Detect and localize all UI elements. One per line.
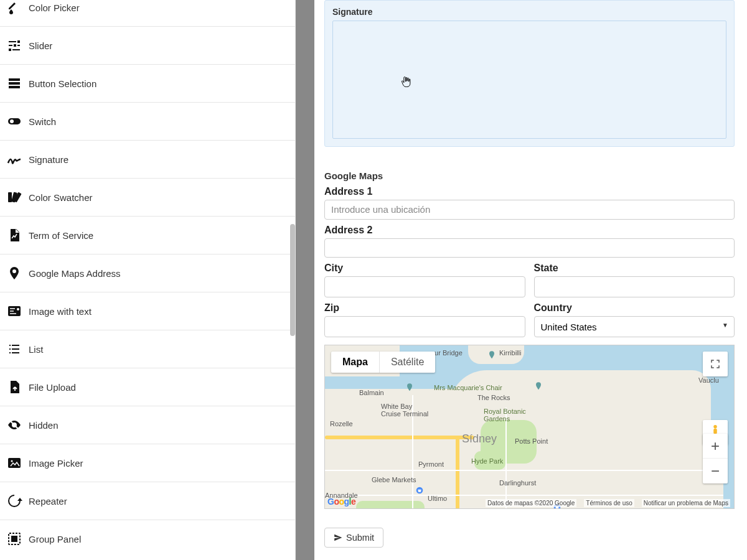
sidebar-item-hidden[interactable]: Hidden (0, 406, 295, 444)
sidebar-item-label: Hidden (29, 420, 59, 431)
divider (296, 0, 314, 560)
sidebar-item-file-upload[interactable]: File Upload (0, 368, 295, 406)
image-picker-icon (6, 455, 25, 470)
submit-button-label: Submit (346, 533, 374, 543)
map-label: Kirribilli (499, 349, 521, 357)
signature-icon (6, 152, 25, 167)
sidebar-item-slider[interactable]: Slider (0, 27, 295, 65)
submit-button[interactable]: Submit (324, 528, 383, 548)
color-picker-icon (6, 0, 25, 15)
map-label: Balmain (359, 389, 384, 396)
sidebar-item-label: File Upload (29, 382, 76, 393)
map-label: White Bay Cruise Terminal (381, 403, 428, 418)
paper-plane-icon (334, 533, 342, 542)
city-input[interactable] (324, 276, 525, 297)
map-type-tabs: Mapa Satélite (331, 352, 435, 373)
map-report-link[interactable]: Notificar un problema de Maps (642, 499, 730, 507)
country-select[interactable]: United States (534, 316, 735, 337)
sidebar-item-button-selection[interactable]: Button Selection (0, 65, 295, 103)
sidebar-item-label: Color Swatcher (29, 192, 93, 203)
map-label: Pyrmont (418, 460, 444, 468)
sidebar-item-list[interactable]: List (0, 330, 295, 368)
sidebar-item-color-swatcher[interactable]: Color Swatcher (0, 179, 295, 217)
map-label: The Rocks (477, 394, 510, 401)
signature-canvas[interactable] (332, 21, 726, 139)
map-marker-icon (405, 383, 415, 393)
zoom-out-button[interactable]: − (703, 459, 728, 483)
document-icon (6, 228, 25, 243)
zip-label: Zip (324, 302, 525, 314)
shopping-marker-icon (415, 485, 425, 495)
google-logo: Google (327, 497, 355, 506)
map-tab-map[interactable]: Mapa (331, 352, 380, 373)
svg-point-1 (10, 119, 14, 123)
sidebar: Color Picker Slider Button Selection Swi… (0, 0, 296, 560)
zoom-controls: + − (703, 434, 728, 483)
svg-point-14 (713, 425, 717, 429)
signature-label: Signature (332, 7, 726, 17)
sidebar-item-label: Group Panel (29, 534, 81, 544)
google-maps-section-label: Google Maps (324, 170, 735, 181)
sidebar-item-group-panel[interactable]: Group Panel (0, 520, 295, 558)
svg-rect-2 (8, 192, 12, 202)
map-label: Hyde Park (471, 457, 503, 465)
address2-label: Address 2 (324, 225, 735, 236)
fullscreen-button[interactable] (703, 352, 728, 376)
map-label: our Bridge (431, 349, 463, 357)
map-label: Vauclu (698, 376, 719, 384)
map-label: Glebe Markets (372, 476, 416, 483)
color-swatcher-icon (6, 190, 25, 205)
svg-rect-7 (8, 458, 21, 468)
fullscreen-icon (710, 358, 721, 370)
sidebar-item-color-picker[interactable]: Color Picker (0, 0, 295, 27)
repeater-icon (6, 493, 25, 508)
zoom-in-button[interactable]: + (703, 434, 728, 459)
sidebar-item-image-picker[interactable]: Image Picker (0, 444, 295, 482)
map-terms-link[interactable]: Términos de uso (584, 499, 634, 507)
switch-icon (6, 114, 25, 129)
sidebar-item-term-of-service[interactable]: Term of Service (0, 217, 295, 254)
eye-off-icon (6, 418, 25, 432)
map-tab-satellite[interactable]: Satélite (380, 352, 435, 373)
sidebar-item-label: Repeater (29, 496, 67, 506)
zip-input[interactable] (324, 316, 525, 337)
address2-input[interactable] (324, 238, 735, 258)
map-label: Mrs Macquarie's Chair (434, 384, 502, 391)
city-label: City (324, 263, 525, 274)
sidebar-item-label: Color Picker (29, 2, 80, 13)
svg-rect-10 (11, 536, 17, 542)
country-label: Country (534, 302, 735, 314)
svg-point-6 (17, 308, 19, 310)
group-panel-icon (6, 531, 25, 546)
sidebar-item-label: Image Picker (29, 458, 83, 469)
state-input[interactable] (534, 276, 735, 297)
map-label: Paddington Markets (561, 507, 622, 509)
sidebar-item-label: Term of Service (29, 230, 93, 241)
file-upload-icon (6, 380, 25, 394)
map-pin-icon (6, 266, 25, 281)
svg-point-8 (11, 460, 13, 462)
map-attribution: Datos de mapas ©2020 Google Términos de … (486, 499, 730, 507)
map-label: Potts Point (515, 437, 548, 445)
sidebar-item-signature[interactable]: Signature (0, 141, 295, 179)
shopping-marker-icon (398, 508, 408, 509)
image-text-icon (6, 304, 25, 319)
sidebar-item-switch[interactable]: Switch (0, 103, 295, 141)
sidebar-item-image-with-text[interactable]: Image with text (0, 292, 295, 330)
sidebar-item-google-maps-address[interactable]: Google Maps Address (0, 254, 295, 292)
sidebar-item-label: List (29, 344, 43, 355)
state-label: State (534, 263, 735, 274)
address1-input[interactable] (324, 200, 735, 220)
sidebar-item-label: Button Selection (29, 78, 96, 89)
sidebar-item-label: Switch (29, 116, 56, 127)
sidebar-item-repeater[interactable]: Repeater (0, 482, 295, 520)
sidebar-scrollbar[interactable] (290, 224, 295, 336)
sidebar-item-label: Signature (29, 154, 68, 165)
sidebar-item-label: Slider (29, 40, 52, 51)
map-marker-icon (533, 381, 543, 391)
address1-label: Address 1 (324, 186, 735, 197)
signature-field-container: Signature (324, 0, 735, 147)
sidebar-item-label: Image with text (29, 306, 92, 317)
map-canvas[interactable]: Sídney Balmain Rozelle White Bay Cruise … (324, 345, 735, 509)
map-label: Rozelle (330, 420, 353, 427)
